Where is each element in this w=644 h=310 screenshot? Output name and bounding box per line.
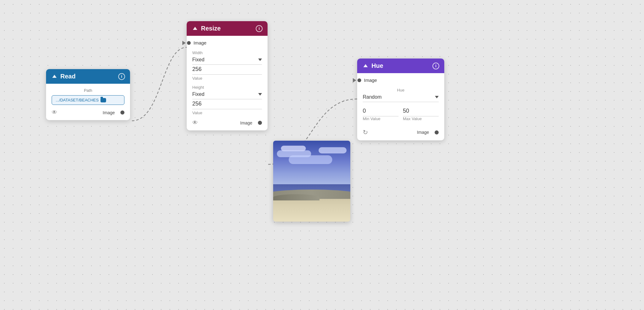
read-path-label: Path — [52, 88, 124, 93]
hue-node-icon — [362, 63, 369, 69]
resize-width-value-label: Value — [192, 76, 262, 81]
image-preview — [273, 141, 350, 222]
hue-node-header: Hue i — [357, 59, 444, 73]
cloud-4 — [319, 147, 347, 153]
hue-info-button[interactable]: i — [432, 63, 439, 69]
hue-mode-select[interactable]: Random — [363, 94, 439, 102]
resize-height-select[interactable]: Fixed — [192, 92, 262, 99]
resize-output-label: Image — [240, 120, 252, 125]
read-output-connector[interactable] — [120, 110, 124, 115]
read-output-label: Image — [103, 110, 115, 115]
read-path-text: .../DATASET/BEACHES — [56, 98, 99, 102]
hue-min-value[interactable] — [363, 106, 399, 116]
hue-input-connector[interactable] — [357, 78, 361, 82]
canvas: Read i Path .../DATASET/BEACHES 👁 Image — [0, 0, 644, 310]
resize-width-chevron — [258, 59, 262, 61]
resize-eye-icon[interactable]: 👁 — [192, 120, 198, 126]
read-path-value[interactable]: .../DATASET/BEACHES — [52, 95, 124, 105]
resize-info-button[interactable]: i — [256, 25, 263, 32]
hue-label: Hue — [363, 88, 439, 92]
read-info-button[interactable]: i — [118, 73, 125, 80]
hue-output-label: Image — [417, 130, 429, 135]
hue-node: Hue i Image Hue Random — [357, 59, 444, 140]
read-node-icon — [51, 73, 58, 80]
resize-height-chevron — [258, 93, 262, 96]
hue-max-label: Max Value — [403, 116, 439, 121]
resize-input-label: Image — [194, 40, 207, 45]
cloud-3 — [289, 155, 332, 164]
resize-height-value-label: Value — [192, 110, 262, 115]
resize-node: Resize i Image Width Fixed Va — [187, 21, 268, 130]
hue-mode: Random — [363, 94, 435, 100]
resize-input-arrow — [182, 41, 186, 45]
read-node: Read i Path .../DATASET/BEACHES 👁 Image — [46, 69, 130, 120]
resize-width-mode: Fixed — [192, 57, 258, 63]
resize-node-icon — [192, 25, 198, 32]
hue-mode-chevron — [435, 96, 439, 98]
resize-height-label: Height — [192, 85, 262, 90]
resize-height-mode: Fixed — [192, 92, 258, 97]
read-eye-icon[interactable]: 👁 — [52, 109, 57, 116]
hue-refresh-icon[interactable]: ↻ — [363, 129, 368, 136]
hue-min-label: Min Value — [363, 116, 399, 121]
hue-input-label: Image — [364, 78, 377, 83]
hue-input-arrow — [353, 78, 356, 82]
resize-width-select[interactable]: Fixed — [192, 57, 262, 65]
beach-image — [273, 141, 350, 222]
resize-width-value[interactable] — [192, 65, 262, 75]
resize-width-label: Width — [192, 50, 262, 55]
read-node-title: Read — [60, 73, 76, 80]
hue-output-connector[interactable] — [435, 130, 439, 134]
read-node-header: Read i — [46, 69, 130, 84]
resize-input-connector[interactable] — [187, 41, 191, 45]
hue-max-value[interactable] — [403, 106, 439, 116]
resize-node-title: Resize — [201, 25, 221, 32]
resize-output-connector[interactable] — [258, 121, 262, 125]
hue-node-title: Hue — [371, 62, 383, 69]
resize-node-header: Resize i — [187, 21, 268, 36]
resize-height-value[interactable] — [192, 99, 262, 109]
folder-icon — [100, 98, 106, 102]
rocks-layer-2 — [273, 194, 320, 200]
